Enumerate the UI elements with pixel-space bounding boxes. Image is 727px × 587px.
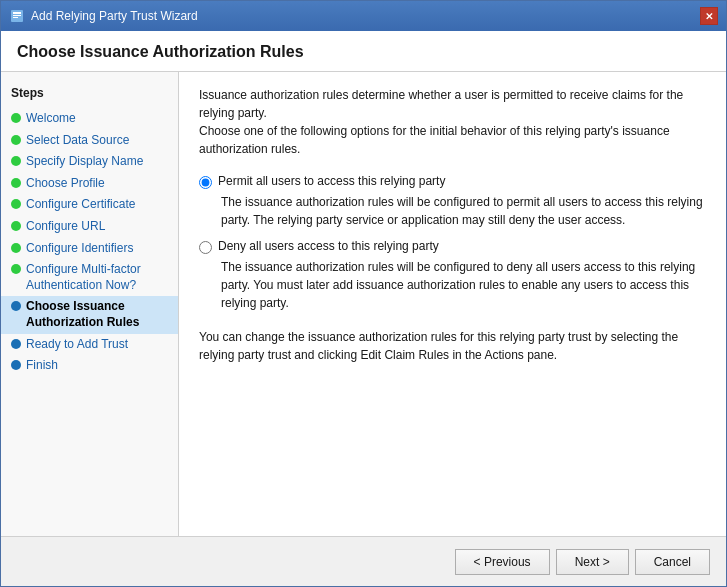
- sidebar-label-configure-multifactor: Configure Multi-factor Authentication No…: [26, 262, 168, 293]
- wizard-window: Add Relying Party Trust Wizard ✕ Choose …: [0, 0, 727, 587]
- dot-select-data-source: [11, 135, 21, 145]
- permit-description: The issuance authorization rules will be…: [221, 193, 706, 229]
- dot-finish: [11, 360, 21, 370]
- title-bar-left: Add Relying Party Trust Wizard: [9, 8, 198, 24]
- page-header: Choose Issuance Authorization Rules: [1, 31, 726, 72]
- dot-configure-url: [11, 221, 21, 231]
- deny-option[interactable]: Deny all users access to this relying pa…: [199, 239, 706, 254]
- steps-label: Steps: [1, 82, 178, 108]
- next-button[interactable]: Next >: [556, 549, 629, 575]
- deny-description: The issuance authorization rules will be…: [221, 258, 706, 312]
- intro-text: Issuance authorization rules determine w…: [199, 86, 706, 158]
- svg-rect-2: [13, 15, 21, 16]
- permit-option[interactable]: Permit all users to access this relying …: [199, 174, 706, 189]
- sidebar-item-welcome[interactable]: Welcome: [1, 108, 178, 130]
- sidebar-item-configure-url[interactable]: Configure URL: [1, 216, 178, 238]
- dot-specify-display-name: [11, 156, 21, 166]
- permit-label[interactable]: Permit all users to access this relying …: [218, 174, 445, 188]
- sidebar-label-finish: Finish: [26, 358, 58, 374]
- close-button[interactable]: ✕: [700, 7, 718, 25]
- title-bar-title: Add Relying Party Trust Wizard: [31, 9, 198, 23]
- sidebar-label-configure-identifiers: Configure Identifiers: [26, 241, 133, 257]
- intro-line1: Issuance authorization rules determine w…: [199, 88, 683, 120]
- permit-radio[interactable]: [199, 176, 212, 189]
- footer: < Previous Next > Cancel: [1, 536, 726, 586]
- dot-configure-identifiers: [11, 243, 21, 253]
- sidebar-item-configure-certificate[interactable]: Configure Certificate: [1, 194, 178, 216]
- page-title: Choose Issuance Authorization Rules: [17, 43, 710, 61]
- dot-choose-issuance: [11, 301, 21, 311]
- main-content: Issuance authorization rules determine w…: [179, 72, 726, 536]
- sidebar-item-ready-to-add[interactable]: Ready to Add Trust: [1, 334, 178, 356]
- sidebar-label-welcome: Welcome: [26, 111, 76, 127]
- sidebar-item-finish[interactable]: Finish: [1, 355, 178, 377]
- sidebar: Steps Welcome Select Data Source Specify…: [1, 72, 179, 536]
- title-bar: Add Relying Party Trust Wizard ✕: [1, 1, 726, 31]
- previous-button[interactable]: < Previous: [455, 549, 550, 575]
- dot-ready-to-add: [11, 339, 21, 349]
- wizard-icon: [9, 8, 25, 24]
- dot-choose-profile: [11, 178, 21, 188]
- sidebar-label-choose-issuance: Choose Issuance Authorization Rules: [26, 299, 168, 330]
- sidebar-item-configure-multifactor[interactable]: Configure Multi-factor Authentication No…: [1, 259, 178, 296]
- sidebar-item-configure-identifiers[interactable]: Configure Identifiers: [1, 238, 178, 260]
- permit-section: Permit all users to access this relying …: [199, 174, 706, 229]
- cancel-button[interactable]: Cancel: [635, 549, 710, 575]
- sidebar-item-specify-display-name[interactable]: Specify Display Name: [1, 151, 178, 173]
- sidebar-label-specify-display-name: Specify Display Name: [26, 154, 143, 170]
- deny-label[interactable]: Deny all users access to this relying pa…: [218, 239, 439, 253]
- svg-rect-1: [13, 12, 21, 14]
- content-area: Steps Welcome Select Data Source Specify…: [1, 72, 726, 536]
- svg-rect-3: [13, 17, 18, 18]
- deny-radio[interactable]: [199, 241, 212, 254]
- deny-section: Deny all users access to this relying pa…: [199, 239, 706, 312]
- dot-welcome: [11, 113, 21, 123]
- dot-configure-certificate: [11, 199, 21, 209]
- sidebar-item-choose-issuance[interactable]: Choose Issuance Authorization Rules: [1, 296, 178, 333]
- sidebar-label-configure-certificate: Configure Certificate: [26, 197, 135, 213]
- sidebar-label-configure-url: Configure URL: [26, 219, 105, 235]
- dot-configure-multifactor: [11, 264, 21, 274]
- change-info-text: You can change the issuance authorizatio…: [199, 328, 706, 364]
- sidebar-item-choose-profile[interactable]: Choose Profile: [1, 173, 178, 195]
- sidebar-label-ready-to-add: Ready to Add Trust: [26, 337, 128, 353]
- sidebar-label-select-data-source: Select Data Source: [26, 133, 129, 149]
- intro-line2: Choose one of the following options for …: [199, 124, 670, 156]
- sidebar-label-choose-profile: Choose Profile: [26, 176, 105, 192]
- sidebar-item-select-data-source[interactable]: Select Data Source: [1, 130, 178, 152]
